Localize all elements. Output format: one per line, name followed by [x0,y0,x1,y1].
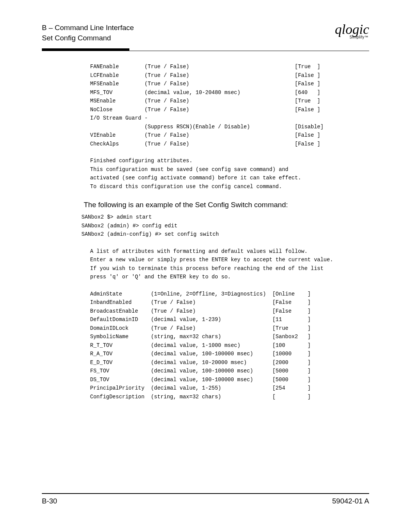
page-number: B-30 [42,497,57,505]
page-footer: B-30 59042-01 A [42,493,369,505]
page: B – Command Line Interface Set Config Co… [0,0,411,532]
footer-divider [42,493,369,494]
switch-preface: A list of attributes with formatting and… [84,247,369,281]
command-lines: SANbox2 $> admin start SANbox2 (admin) #… [81,213,369,239]
page-header: B – Command Line Interface Set Config Co… [42,23,369,43]
breadcrumb: B – Command Line Interface [42,23,134,33]
example-intro-switch: The following is an example of the Set C… [84,201,369,209]
header-divider [42,48,369,51]
port-config-output: FANEnable (True / False) [True ] LCFEnab… [84,62,369,148]
header-titles: B – Command Line Interface Set Config Co… [42,23,134,43]
doc-number: 59042-01 A [332,497,369,505]
finish-message: Finished configuring attributes. This co… [84,157,369,191]
section-title: Set Config Command [42,33,134,43]
switch-config-output: AdminState (1=Online, 2=Offline, 3=Diagn… [84,290,369,401]
brand-block: qlogic Simplify™ [335,21,369,39]
page-body: FANEnable (True / False) [True ] LCFEnab… [42,51,369,401]
